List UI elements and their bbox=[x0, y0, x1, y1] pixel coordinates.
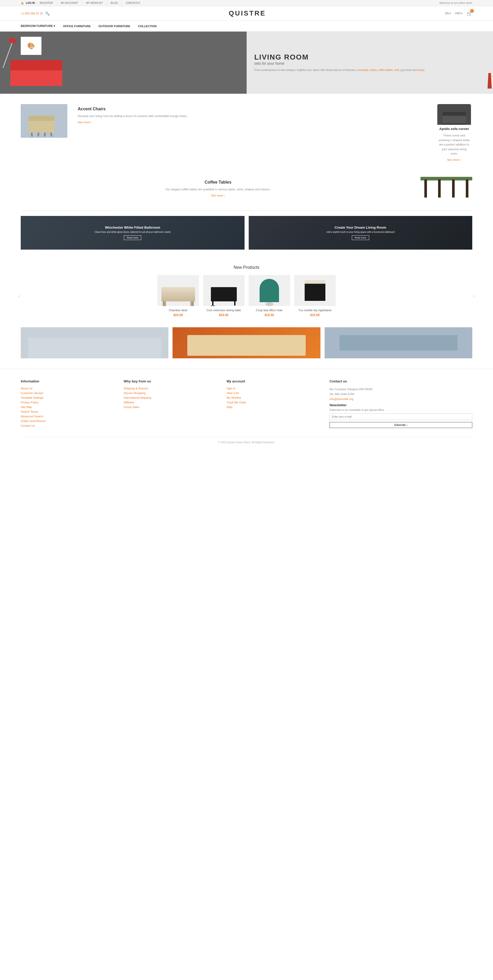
apollo-sofa-section: Apollo sofa corner These comfy and amazi… bbox=[436, 104, 472, 161]
loveseats-link[interactable]: loveseats, bbox=[357, 68, 369, 72]
language-selector[interactable]: EN ▾ bbox=[445, 12, 451, 15]
newsletter-form: Subscribe › bbox=[330, 414, 472, 428]
core-table-image bbox=[203, 275, 244, 306]
gallery-item-1[interactable] bbox=[21, 327, 168, 358]
footer-contact-us[interactable]: Contact Us bbox=[21, 424, 116, 427]
chamber-desk-shape bbox=[161, 287, 195, 301]
coffee-tables-link[interactable]: coffee tables bbox=[378, 68, 393, 72]
footer-site-map[interactable]: Site Map bbox=[21, 406, 116, 409]
my-wishlist-link[interactable]: MY WISHLIST bbox=[86, 2, 103, 5]
footer-shipping-returns[interactable]: Shipping & Returns bbox=[124, 387, 219, 390]
gallery-item-3[interactable] bbox=[325, 327, 472, 358]
hero-image-section: 🎨 bbox=[0, 32, 247, 94]
promo-living-btn[interactable]: Read more bbox=[352, 235, 369, 240]
footer-grid: Information About Us Customer Service Te… bbox=[21, 379, 472, 429]
promo-banner-living[interactable]: Create Your Dream Living Room Add a styl… bbox=[249, 216, 472, 250]
core-table-shape bbox=[211, 287, 237, 301]
accent-chairs-description: Revamp your living room by adding a touc… bbox=[78, 114, 426, 119]
footer-my-wishlist[interactable]: My Wishlist bbox=[227, 396, 322, 399]
lamps-link[interactable]: lamps bbox=[418, 68, 424, 72]
footer-orders-returns[interactable]: Orders and Returns bbox=[21, 420, 116, 423]
nav-outdoor-furniture[interactable]: OUTDOOR FURNITURE bbox=[99, 24, 130, 29]
newsletter-email-input[interactable] bbox=[330, 414, 472, 420]
top-bar-sep2: | bbox=[56, 2, 57, 5]
promo-bathroom-content: Winchester White Fitted Bathroom Clean l… bbox=[92, 223, 173, 243]
footer-international-shipping[interactable]: International Shipping bbox=[124, 396, 219, 399]
footer-help[interactable]: Help bbox=[227, 406, 322, 409]
coup-chair-shape bbox=[260, 279, 279, 302]
new-products-section: New Products ‹ Chamber desk $23.00 bbox=[0, 260, 493, 327]
welcome-message: Welcome to our online store! bbox=[439, 2, 472, 5]
footer-address: My Company Glasgow D04 89GR bbox=[330, 387, 472, 392]
nav-bedroom-furniture[interactable]: BEDROOM FURNITURE bbox=[21, 23, 55, 29]
newsletter-title: Newsletter bbox=[330, 403, 472, 407]
footer-copyright: © 2024 Quistre Demo Store. All Rights Re… bbox=[21, 436, 472, 444]
promo-living-content: Create Your Dream Living Room Add a styl… bbox=[324, 223, 397, 243]
coffee-tables-see-more[interactable]: See more › bbox=[21, 194, 415, 197]
site-logo[interactable]: QUISTRE bbox=[49, 10, 445, 18]
footer-advanced-search[interactable]: Advanced Search bbox=[21, 415, 116, 418]
footer-view-cart[interactable]: View Cart bbox=[227, 391, 322, 395]
coffee-table-image bbox=[420, 177, 472, 200]
chairs-link[interactable]: chairs bbox=[370, 68, 377, 72]
top-bar: 🔒 LOG IN | REGISTER | MY ACCOUNT | MY WI… bbox=[0, 0, 493, 6]
footer-privacy-policy[interactable]: Privacy Policy bbox=[21, 401, 116, 404]
footer-secure-shopping[interactable]: Secure Shopping bbox=[124, 391, 219, 395]
currency-selector[interactable]: USD ▾ bbox=[455, 12, 463, 15]
hero-description: From contemporary to retro designs, brig… bbox=[254, 68, 485, 72]
apollo-sofa-title: Apollo sofa corner bbox=[438, 127, 470, 131]
cart-icon[interactable]: 🛒 0 bbox=[467, 11, 472, 16]
core-table-price: $43.00 bbox=[203, 313, 244, 317]
desk-leg-right bbox=[190, 301, 193, 306]
promo-living-description: Add a stylish touch to your living space… bbox=[326, 231, 394, 234]
login-link[interactable]: LOG IN bbox=[26, 2, 35, 5]
products-grid: Chamber desk $23.00 Core extension dinin… bbox=[22, 275, 471, 317]
sofa-link[interactable]: sofa bbox=[394, 68, 399, 72]
promo-banners: Winchester White Fitted Bathroom Clean l… bbox=[0, 216, 493, 260]
coffee-tables-section: Coffee Tables Our elegant coffee tables … bbox=[0, 172, 493, 210]
gallery-item-2[interactable] bbox=[172, 327, 320, 358]
top-bar-sep4: | bbox=[107, 2, 107, 5]
footer-search-terms[interactable]: Search Terms bbox=[21, 410, 116, 413]
newsletter-subscribe-button[interactable]: Subscribe › bbox=[330, 422, 472, 428]
promo-banner-bathroom[interactable]: Winchester White Fitted Bathroom Clean l… bbox=[21, 216, 244, 250]
accent-chairs-see-more[interactable]: See more › bbox=[78, 121, 426, 124]
promo-bathroom-description: Clean lines and white gloss doors, tailo… bbox=[94, 231, 171, 234]
footer: Information About Us Customer Service Te… bbox=[0, 369, 493, 454]
footer-track-order[interactable]: Track My Order bbox=[227, 401, 322, 404]
subscribe-arrow-icon: › bbox=[407, 423, 407, 426]
footer-affiliates[interactable]: Affiliates bbox=[124, 401, 219, 404]
tux-nightstand-image bbox=[294, 275, 336, 306]
footer-email[interactable]: info@demo4lik.org bbox=[330, 398, 472, 401]
chamber-desk-name: Chamber desk bbox=[158, 309, 199, 312]
promo-bathroom-title: Winchester White Fitted Bathroom bbox=[94, 226, 171, 229]
coffee-tables-title: Coffee Tables bbox=[21, 180, 415, 185]
footer-sign-in[interactable]: Sign In bbox=[227, 387, 322, 390]
lock-icon: 🔒 bbox=[21, 2, 24, 5]
tux-nightstand-shape bbox=[305, 280, 325, 301]
top-bar-sep3: | bbox=[81, 2, 82, 5]
top-bar-sep5: | bbox=[121, 2, 122, 5]
checkout-link[interactable]: CHECKOUT bbox=[126, 2, 140, 5]
header-right: EN ▾ USD ▾ 🛒 0 bbox=[445, 11, 472, 16]
products-prev-arrow[interactable]: ‹ bbox=[16, 290, 22, 301]
my-account-link[interactable]: MY ACCOUNT bbox=[61, 2, 78, 5]
footer-why-buy: Why buy from us Shipping & Returns Secur… bbox=[124, 379, 219, 429]
search-icon[interactable]: 🔍 bbox=[45, 11, 49, 16]
nav-collection[interactable]: COLLECTION bbox=[138, 24, 157, 29]
register-link[interactable]: REGISTER bbox=[40, 2, 53, 5]
footer-about-us[interactable]: About Us bbox=[21, 387, 116, 390]
coup-chair-price: $15.00 bbox=[249, 313, 290, 317]
footer-template-settings[interactable]: Template Settings bbox=[21, 396, 116, 399]
coup-chair-image bbox=[249, 275, 290, 306]
blog-link[interactable]: BLOG bbox=[111, 2, 118, 5]
apollo-sofa-see-more[interactable]: See more › bbox=[438, 158, 470, 161]
lamp-head bbox=[8, 37, 17, 44]
tux-nightstand-price: $15.00 bbox=[294, 313, 336, 317]
promo-bathroom-btn[interactable]: Read more bbox=[124, 235, 141, 240]
footer-customer-service[interactable]: Customer Service bbox=[21, 391, 116, 395]
products-next-arrow[interactable]: › bbox=[471, 290, 477, 301]
footer-group-sales[interactable]: Group Sales bbox=[124, 406, 219, 409]
nav-office-furniture[interactable]: OFFICE FURNITURE bbox=[63, 24, 91, 29]
phone-number: +1 800 598 97 29 bbox=[21, 12, 43, 15]
